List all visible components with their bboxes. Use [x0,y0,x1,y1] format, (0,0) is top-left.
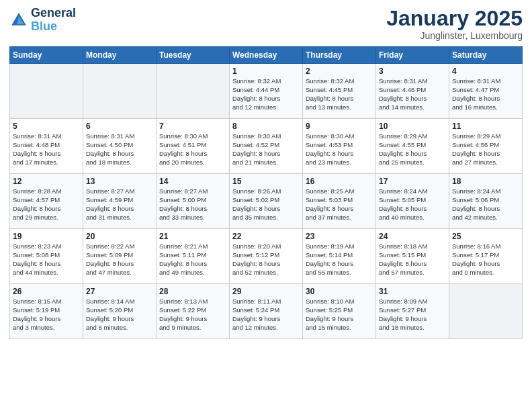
logo-line2: Blue [31,20,76,34]
day-info: Sunrise: 8:27 AM Sunset: 5:00 PM Dayligh… [159,187,226,222]
day-info: Sunrise: 8:16 AM Sunset: 5:17 PM Dayligh… [452,242,519,277]
day-number: 19 [13,232,80,241]
day-number: 6 [86,122,153,131]
day-info: Sunrise: 8:19 AM Sunset: 5:14 PM Dayligh… [306,242,373,277]
day-number: 12 [13,177,80,186]
day-info: Sunrise: 8:24 AM Sunset: 5:06 PM Dayligh… [452,187,519,222]
week-row-3: 12Sunrise: 8:28 AM Sunset: 4:57 PM Dayli… [10,174,523,229]
day-number: 26 [13,287,80,296]
calendar-table: SundayMondayTuesdayWednesdayThursdayFrid… [9,46,523,339]
day-cell: 6Sunrise: 8:31 AM Sunset: 4:50 PM Daylig… [83,119,157,174]
day-cell: 26Sunrise: 8:15 AM Sunset: 5:19 PM Dayli… [10,284,83,339]
calendar-header: SundayMondayTuesdayWednesdayThursdayFrid… [10,47,523,64]
day-info: Sunrise: 8:28 AM Sunset: 4:57 PM Dayligh… [13,187,80,222]
day-info: Sunrise: 8:14 AM Sunset: 5:20 PM Dayligh… [86,298,153,332]
day-info: Sunrise: 8:20 AM Sunset: 5:12 PM Dayligh… [232,242,300,277]
day-cell: 30Sunrise: 8:10 AM Sunset: 5:25 PM Dayli… [303,284,376,339]
day-number: 13 [86,177,153,186]
day-number: 27 [86,287,153,296]
day-info: Sunrise: 8:31 AM Sunset: 4:50 PM Dayligh… [86,132,153,167]
day-info: Sunrise: 8:21 AM Sunset: 5:11 PM Dayligh… [159,242,226,277]
day-cell: 17Sunrise: 8:24 AM Sunset: 5:05 PM Dayli… [376,174,449,229]
day-info: Sunrise: 8:09 AM Sunset: 5:27 PM Dayligh… [379,298,446,332]
day-cell: 2Sunrise: 8:32 AM Sunset: 4:45 PM Daylig… [303,64,376,119]
day-info: Sunrise: 8:11 AM Sunset: 5:24 PM Dayligh… [232,298,300,332]
day-number: 22 [232,232,300,241]
day-cell: 24Sunrise: 8:18 AM Sunset: 5:15 PM Dayli… [376,229,449,284]
day-cell: 16Sunrise: 8:25 AM Sunset: 5:03 PM Dayli… [303,174,376,229]
day-cell: 20Sunrise: 8:22 AM Sunset: 5:09 PM Dayli… [83,229,157,284]
weekday-header-sunday: Sunday [10,47,83,64]
day-cell: 14Sunrise: 8:27 AM Sunset: 5:00 PM Dayli… [157,174,230,229]
day-number: 10 [379,122,446,131]
month-title: January 2025 [386,7,523,30]
day-cell [10,64,83,119]
day-cell: 5Sunrise: 8:31 AM Sunset: 4:48 PM Daylig… [10,119,83,174]
day-info: Sunrise: 8:31 AM Sunset: 4:48 PM Dayligh… [13,132,80,167]
day-cell: 7Sunrise: 8:30 AM Sunset: 4:51 PM Daylig… [157,119,230,174]
day-info: Sunrise: 8:31 AM Sunset: 4:47 PM Dayligh… [452,77,519,111]
day-number: 30 [306,287,373,296]
weekday-row: SundayMondayTuesdayWednesdayThursdayFrid… [10,47,523,64]
day-number: 21 [159,232,226,241]
day-cell [449,284,523,339]
day-info: Sunrise: 8:27 AM Sunset: 4:59 PM Dayligh… [86,187,153,222]
day-number: 1 [232,66,300,76]
week-row-5: 26Sunrise: 8:15 AM Sunset: 5:19 PM Dayli… [10,284,523,339]
day-info: Sunrise: 8:18 AM Sunset: 5:15 PM Dayligh… [379,242,446,277]
day-info: Sunrise: 8:31 AM Sunset: 4:46 PM Dayligh… [379,77,446,111]
weekday-header-tuesday: Tuesday [157,47,230,64]
day-cell [83,64,157,119]
day-number: 7 [159,122,226,131]
title-block: January 2025 Junglinster, Luxembourg [386,7,523,41]
day-info: Sunrise: 8:22 AM Sunset: 5:09 PM Dayligh… [86,242,153,277]
day-cell: 27Sunrise: 8:14 AM Sunset: 5:20 PM Dayli… [83,284,157,339]
day-cell: 11Sunrise: 8:29 AM Sunset: 4:56 PM Dayli… [449,119,523,174]
day-cell: 22Sunrise: 8:20 AM Sunset: 5:12 PM Dayli… [230,229,303,284]
day-info: Sunrise: 8:29 AM Sunset: 4:55 PM Dayligh… [379,132,446,167]
day-info: Sunrise: 8:24 AM Sunset: 5:05 PM Dayligh… [379,187,446,222]
weekday-header-wednesday: Wednesday [230,47,303,64]
day-info: Sunrise: 8:30 AM Sunset: 4:53 PM Dayligh… [306,132,373,167]
day-info: Sunrise: 8:13 AM Sunset: 5:22 PM Dayligh… [159,298,226,332]
day-cell: 29Sunrise: 8:11 AM Sunset: 5:24 PM Dayli… [230,284,303,339]
logo-icon [9,11,28,30]
calendar-container: General Blue January 2025 Junglinster, L… [0,0,532,411]
day-cell: 3Sunrise: 8:31 AM Sunset: 4:46 PM Daylig… [376,64,449,119]
day-cell: 12Sunrise: 8:28 AM Sunset: 4:57 PM Dayli… [10,174,83,229]
day-cell: 1Sunrise: 8:32 AM Sunset: 4:44 PM Daylig… [230,64,303,119]
logo-line1: General [31,7,76,20]
day-info: Sunrise: 8:10 AM Sunset: 5:25 PM Dayligh… [306,298,373,332]
weekday-header-thursday: Thursday [303,47,376,64]
day-cell: 18Sunrise: 8:24 AM Sunset: 5:06 PM Dayli… [449,174,523,229]
day-cell: 28Sunrise: 8:13 AM Sunset: 5:22 PM Dayli… [157,284,230,339]
day-info: Sunrise: 8:32 AM Sunset: 4:45 PM Dayligh… [306,77,373,111]
day-info: Sunrise: 8:15 AM Sunset: 5:19 PM Dayligh… [13,298,80,332]
day-number: 17 [379,177,446,186]
header: General Blue January 2025 Junglinster, L… [9,7,523,41]
day-number: 24 [379,232,446,241]
day-number: 5 [13,122,80,131]
day-info: Sunrise: 8:23 AM Sunset: 5:08 PM Dayligh… [13,242,80,277]
day-number: 11 [452,122,519,131]
week-row-1: 1Sunrise: 8:32 AM Sunset: 4:44 PM Daylig… [10,64,523,119]
day-number: 23 [306,232,373,241]
day-number: 31 [379,287,446,296]
weekday-header-saturday: Saturday [449,47,523,64]
day-number: 18 [452,177,519,186]
day-info: Sunrise: 8:30 AM Sunset: 4:52 PM Dayligh… [232,132,300,167]
day-cell: 31Sunrise: 8:09 AM Sunset: 5:27 PM Dayli… [376,284,449,339]
day-cell: 9Sunrise: 8:30 AM Sunset: 4:53 PM Daylig… [303,119,376,174]
day-info: Sunrise: 8:25 AM Sunset: 5:03 PM Dayligh… [306,187,373,222]
day-cell: 23Sunrise: 8:19 AM Sunset: 5:14 PM Dayli… [303,229,376,284]
day-info: Sunrise: 8:32 AM Sunset: 4:44 PM Dayligh… [232,77,300,111]
day-number: 9 [306,122,373,131]
weekday-header-friday: Friday [376,47,449,64]
day-number: 2 [306,66,373,76]
weekday-header-monday: Monday [83,47,157,64]
day-number: 15 [232,177,300,186]
day-cell: 19Sunrise: 8:23 AM Sunset: 5:08 PM Dayli… [10,229,83,284]
logo: General Blue [9,7,76,34]
day-info: Sunrise: 8:30 AM Sunset: 4:51 PM Dayligh… [159,132,226,167]
day-cell [157,64,230,119]
